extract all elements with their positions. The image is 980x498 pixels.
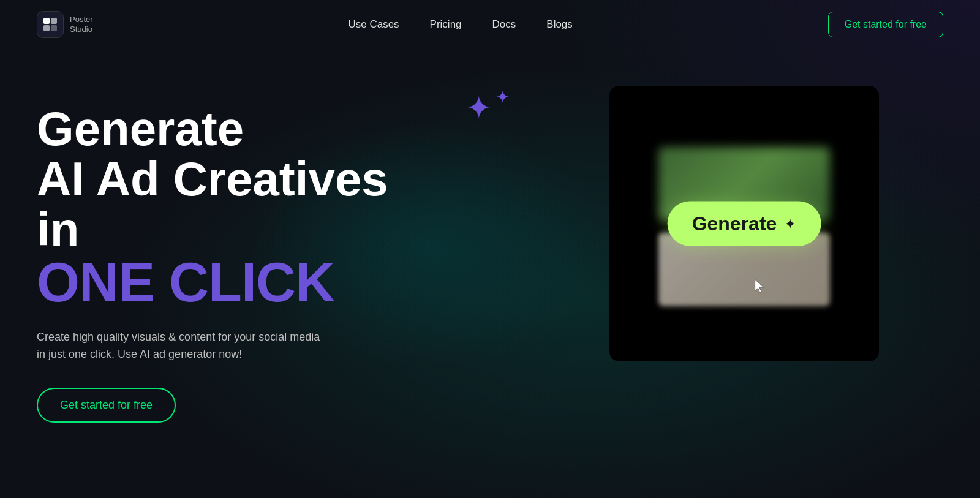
logo-icon — [37, 11, 64, 38]
svg-rect-0 — [43, 18, 50, 24]
demo-card: Generate ✦ — [609, 86, 879, 361]
sparkle-small-icon: ✦ — [496, 87, 510, 107]
cursor-icon — [752, 278, 769, 295]
hero-left: Generate AI Ad Creatives in ONE CLICK Cr… — [37, 86, 435, 423]
nav-item-blogs[interactable]: Blogs — [546, 18, 573, 31]
nav-cta-button[interactable]: Get started for free — [828, 12, 943, 37]
svg-rect-3 — [51, 25, 57, 31]
svg-rect-2 — [43, 25, 50, 31]
generate-button[interactable]: Generate ✦ — [668, 202, 821, 246]
logo-tagline: Studio — [70, 25, 93, 34]
generate-sparkle-icon: ✦ — [784, 215, 796, 232]
demo-card-inner: Generate ✦ — [609, 86, 879, 361]
navbar: Poster Studio Use Cases Pricing Docs Blo… — [0, 0, 980, 49]
hero-section: Generate AI Ad Creatives in ONE CLICK Cr… — [0, 49, 980, 423]
nav-link-pricing[interactable]: Pricing — [430, 18, 462, 30]
logo-name: Poster — [70, 15, 93, 25]
nav-item-docs[interactable]: Docs — [492, 18, 516, 31]
nav-item-pricing[interactable]: Pricing — [430, 18, 462, 31]
sparkle-large-icon: ✦ — [466, 92, 492, 124]
sparkle-decoration: ✦ ✦ — [466, 92, 492, 124]
hero-title-line1: Generate — [37, 102, 244, 156]
nav-link-use-cases[interactable]: Use Cases — [348, 18, 399, 30]
logo-text: Poster Studio — [70, 15, 93, 34]
hero-subtitle: Create high quality visuals & content fo… — [37, 328, 331, 364]
svg-rect-1 — [51, 18, 57, 24]
nav-link-blogs[interactable]: Blogs — [546, 18, 573, 30]
hero-cta-button[interactable]: Get started for free — [37, 388, 176, 423]
hero-title-accent: ONE CLICK — [37, 255, 435, 310]
logo-link[interactable]: Poster Studio — [37, 11, 93, 38]
nav-links: Use Cases Pricing Docs Blogs — [348, 18, 572, 31]
hero-right: ✦ ✦ Generate ✦ — [435, 86, 943, 361]
generate-button-label: Generate — [692, 213, 777, 235]
hero-title: Generate AI Ad Creatives in ONE CLICK — [37, 104, 435, 310]
nav-item-use-cases[interactable]: Use Cases — [348, 18, 399, 31]
hero-title-line2: AI Ad Creatives in — [37, 152, 388, 256]
nav-link-docs[interactable]: Docs — [492, 18, 516, 30]
